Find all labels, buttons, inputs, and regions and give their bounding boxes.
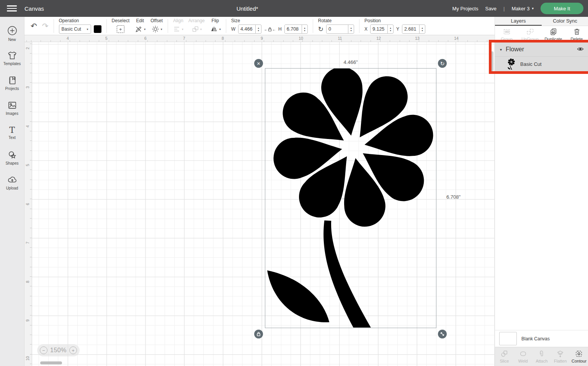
visibility-toggle[interactable]: [577, 46, 584, 53]
top-bar: Canvas Untitled* My Projects Save | Make…: [0, 0, 588, 17]
undo-button[interactable]: ↶: [31, 22, 37, 30]
resize-arrows-icon: [440, 332, 445, 337]
rotate-input[interactable]: [327, 25, 348, 33]
flip-button[interactable]: Flip ▾: [210, 18, 221, 34]
height-input[interactable]: [285, 25, 302, 33]
group-button[interactable]: Group: [495, 26, 518, 42]
height-stepper[interactable]: ▴▾: [302, 25, 307, 33]
edit-button[interactable]: Edit ▾: [134, 18, 145, 34]
sidebar-item-upload[interactable]: Upload: [0, 170, 24, 195]
zoom-control: − 150% +: [37, 344, 80, 356]
document-title: Untitled*: [0, 0, 495, 17]
resize-handle[interactable]: [438, 330, 447, 338]
group-icon: [503, 28, 511, 36]
lock-icon: [256, 332, 261, 337]
topbar-separator: |: [503, 6, 505, 11]
save-link[interactable]: Save: [485, 6, 497, 11]
width-stepper[interactable]: ▴▾: [255, 25, 261, 33]
layer-group-row[interactable]: ▾ Flower: [495, 42, 588, 57]
bottom-tools: Slice Weld Attach Flatten Contour: [495, 347, 588, 366]
my-projects-link[interactable]: My Projects: [452, 6, 479, 11]
h-ruler-number: 5: [105, 36, 108, 41]
rotate-icon: ↻: [440, 61, 445, 66]
canvas-color-swatch[interactable]: [499, 332, 517, 345]
deselect-button[interactable]: Deselect +: [112, 18, 130, 34]
layer-row-basic-cut[interactable]: Basic Cut: [495, 57, 588, 71]
h-ruler-number: 7: [183, 36, 185, 41]
rotate-label: Rotate: [318, 18, 354, 23]
h-ruler-number: 13: [415, 36, 420, 41]
rotate-icon[interactable]: ↻: [318, 25, 323, 33]
tab-layers[interactable]: Layers: [495, 17, 542, 26]
y-position-input[interactable]: [402, 25, 419, 33]
offset-button[interactable]: Offset ▾: [150, 18, 163, 34]
weld-button[interactable]: Weld: [514, 347, 532, 366]
sidebar-item-new[interactable]: New: [0, 21, 24, 46]
arrange-button[interactable]: Arrange ▾: [188, 18, 205, 34]
size-lock-toggle[interactable]: [264, 26, 276, 32]
notebook-icon: [7, 75, 18, 85]
h-ruler-number: 8: [222, 36, 224, 41]
width-input[interactable]: [238, 25, 255, 33]
rotate-stepper[interactable]: ▴▾: [348, 25, 354, 33]
duplicate-button[interactable]: Duplicate: [542, 26, 565, 42]
arrange-icon: [191, 25, 199, 33]
image-icon: [7, 100, 18, 110]
operation-dropdown[interactable]: Basic Cut ▾: [59, 25, 91, 34]
tshirt-icon: [7, 51, 18, 60]
align-button[interactable]: Align ▾: [173, 18, 183, 34]
slice-icon: [500, 350, 509, 358]
weld-icon: [519, 350, 528, 358]
tab-color-sync[interactable]: Color Sync: [542, 17, 588, 26]
collapse-caret-icon[interactable]: ▾: [500, 47, 502, 52]
contour-icon: [575, 350, 583, 358]
layer-thumbnail-flower: [507, 59, 515, 70]
selection-bounding-box[interactable]: [265, 68, 436, 328]
size-label: Size: [231, 18, 308, 23]
flatten-button[interactable]: Flatten: [551, 347, 570, 366]
lock-handle[interactable]: [254, 330, 263, 338]
attach-button[interactable]: Attach: [532, 347, 551, 366]
sidebar-item-shapes[interactable]: Shapes: [0, 145, 24, 170]
slice-button[interactable]: Slice: [495, 347, 514, 366]
zoom-in-button[interactable]: +: [69, 346, 77, 354]
rotate-handle[interactable]: ↻: [438, 59, 447, 68]
sidebar-item-projects[interactable]: Projects: [0, 70, 24, 95]
y-stepper[interactable]: ▴▾: [419, 25, 425, 33]
v-ruler-number: 3: [25, 83, 30, 88]
position-label: Position: [364, 18, 425, 23]
sidebar-item-images[interactable]: Images: [0, 95, 24, 120]
width-input-group: ▴▾: [238, 25, 261, 34]
color-swatch[interactable]: [94, 25, 101, 33]
x-position-input[interactable]: [371, 25, 387, 33]
height-label: H: [278, 26, 282, 32]
v-ruler-number: 5: [25, 161, 30, 166]
x-stepper[interactable]: ▴▾: [387, 25, 393, 33]
trash-icon: [573, 28, 581, 36]
delete-handle[interactable]: ×: [254, 59, 263, 68]
sidebar-item-templates[interactable]: Templates: [0, 46, 24, 70]
blank-canvas-row[interactable]: Blank Canvas: [495, 330, 588, 347]
redo-button[interactable]: ↷: [42, 22, 49, 30]
eye-icon: [577, 47, 584, 51]
contour-button[interactable]: Contour: [570, 347, 588, 366]
selection-width-label: 4.466": [265, 59, 436, 65]
operation-label: Operation: [59, 18, 101, 23]
delete-button[interactable]: Delete: [565, 26, 588, 42]
chevron-down-icon: ▾: [532, 7, 534, 10]
flatten-icon: [556, 350, 565, 358]
height-input-group: ▴▾: [284, 25, 308, 34]
flower-image[interactable]: [265, 69, 436, 328]
y-label: Y: [396, 26, 399, 32]
paperclip-icon: [537, 350, 546, 358]
ungroup-button[interactable]: UnGroup: [518, 26, 542, 42]
sidebar-item-text[interactable]: T Text: [0, 120, 24, 145]
make-it-button[interactable]: Make It: [541, 3, 583, 14]
v-ruler-number: 10: [25, 355, 30, 361]
flip-icon: [210, 25, 218, 33]
vertical-scrollbar[interactable]: [491, 51, 493, 71]
left-sidebar: New Templates Projects Images T Text Sha…: [0, 17, 24, 366]
zoom-out-button[interactable]: −: [40, 346, 47, 354]
machine-selector[interactable]: Maker 3 ▾: [512, 6, 534, 11]
horizontal-scrollbar[interactable]: [40, 361, 62, 364]
